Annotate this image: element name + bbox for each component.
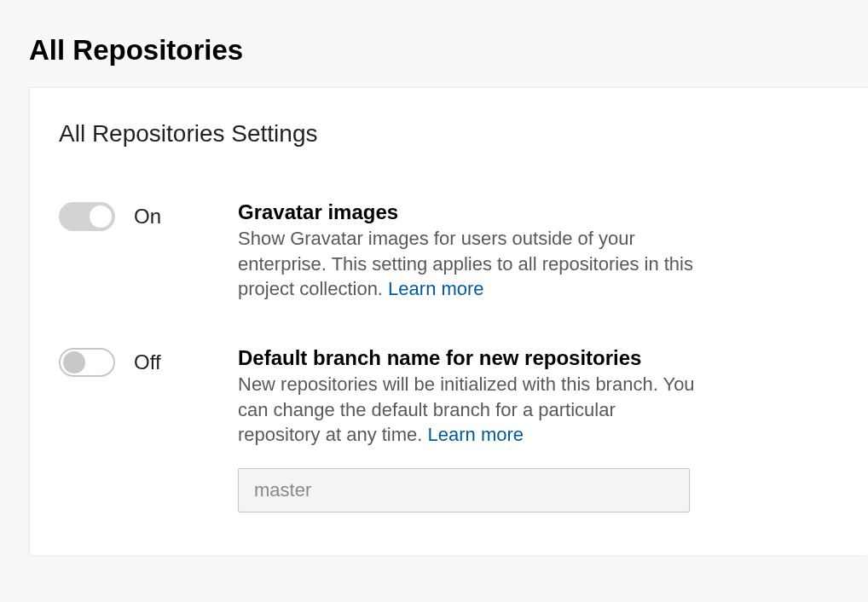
gravatar-learn-more-link[interactable]: Learn more (388, 278, 484, 299)
settings-card: All Repositories Settings On Gravatar im… (29, 87, 868, 555)
default-branch-toggle-label: Off (134, 350, 161, 374)
page-title: All Repositories (0, 0, 868, 87)
toggle-knob (90, 205, 112, 228)
default-branch-toggle[interactable] (59, 348, 115, 377)
toggle-knob (63, 351, 85, 373)
default-branch-learn-more-link[interactable]: Learn more (428, 424, 524, 445)
default-branch-title: Default branch name for new repositories (238, 346, 698, 370)
gravatar-setting-row: On Gravatar images Show Gravatar images … (59, 200, 839, 302)
gravatar-content: Gravatar images Show Gravatar images for… (238, 200, 698, 302)
gravatar-description: Show Gravatar images for users outside o… (238, 226, 698, 302)
default-branch-content: Default branch name for new repositories… (238, 346, 698, 512)
gravatar-toggle-label: On (134, 205, 161, 229)
default-branch-toggle-col: Off (59, 346, 238, 377)
default-branch-input[interactable] (238, 468, 690, 512)
gravatar-toggle-col: On (59, 200, 238, 231)
gravatar-toggle[interactable] (59, 202, 115, 231)
default-branch-description: New repositories will be initialized wit… (238, 372, 698, 448)
default-branch-setting-row: Off Default branch name for new reposito… (59, 346, 839, 512)
card-title: All Repositories Settings (59, 120, 839, 148)
gravatar-title: Gravatar images (238, 200, 698, 224)
